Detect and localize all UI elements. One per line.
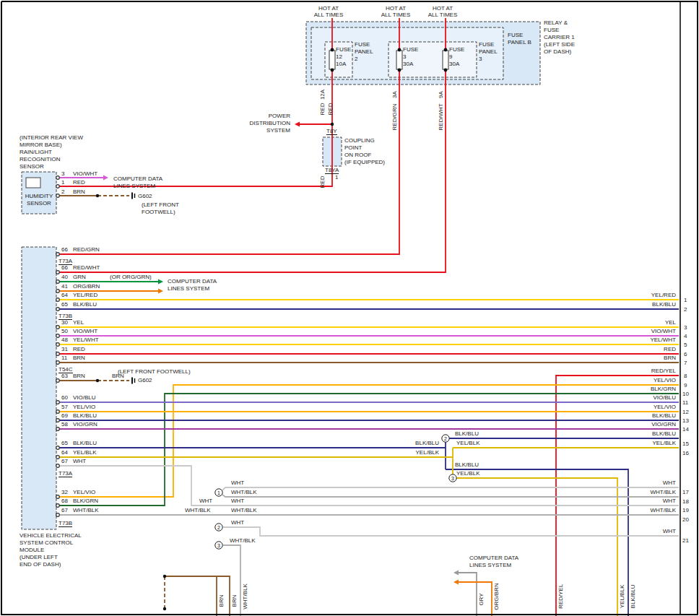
hot-at-all-times-label: HOT AT <box>318 5 339 12</box>
coupling-point-label: POINT <box>344 144 362 151</box>
circuit-number-label: 14 <box>682 426 689 433</box>
pin-number-label: 58 <box>61 421 68 428</box>
wire-color-label: YEL/RED <box>73 292 97 298</box>
circuit-number-label: 10 <box>682 391 689 397</box>
pin-terminal <box>56 290 60 293</box>
wire-color-label: YEL/VIO <box>654 377 676 383</box>
data-lines-arrow <box>453 580 459 585</box>
wire-org-brn-data <box>458 582 492 616</box>
humidity-sensor-label: SENSOR <box>27 200 51 207</box>
wire-color-label: RED <box>664 346 676 352</box>
wire-color-label: WHT/BLK <box>185 507 211 513</box>
wire-color-label: YEL/RED <box>651 292 676 298</box>
power-distribution-arrow <box>295 122 300 127</box>
wire-color-label: BRN <box>218 595 225 607</box>
fuse-9-symbol-terminal <box>444 69 448 72</box>
pin-number-label: 30 <box>61 319 68 326</box>
computer-data-lines-label: LINES SYSTEM <box>469 562 511 568</box>
wire-color-label: YEL/BLK <box>456 440 479 446</box>
wire-color-label: RED <box>327 103 334 116</box>
wire-blk-blu-down <box>446 469 628 616</box>
fuse-12-symbol-terminal <box>331 69 334 72</box>
data-lines-arrow <box>453 571 459 576</box>
pin-terminal <box>56 253 60 256</box>
relay-fuse-carrier-title: RELAY & <box>544 19 568 26</box>
data-lines-arrow <box>158 279 163 285</box>
fuse-12-label: 12 <box>336 53 342 60</box>
junction-dot <box>96 194 99 197</box>
wire-color-label: WHT <box>231 480 244 486</box>
pin-number-label: 3 <box>61 170 64 177</box>
circuit-number-label: 9 <box>684 382 687 389</box>
pin-terminal <box>56 280 60 284</box>
fuse-panel-b-label: PANEL B <box>508 39 531 45</box>
left-front-footwell-label: (LEFT FRONT FOOTWELL) <box>118 368 191 375</box>
wire-color-label: RED/GRN <box>73 246 100 253</box>
pin-terminal <box>56 456 60 459</box>
pin-number-label: 66 <box>61 264 68 271</box>
pin-terminal <box>56 352 60 356</box>
wire-color-label: RED <box>73 179 85 186</box>
wire-color-label: BLK/BLU <box>652 430 676 437</box>
sensor-element-box <box>26 178 40 188</box>
sensor-title: SENSOR <box>19 163 44 170</box>
wire-color-label: WHT/BLK <box>650 507 676 513</box>
connector-t73a-label: T73A <box>58 470 72 477</box>
wire-color-label: YEL/VIO <box>654 404 676 410</box>
wire-color-label: WHT <box>231 519 244 526</box>
wire-color-label: WHT/BLK <box>231 489 257 495</box>
pin-number-label: 41 <box>61 283 68 290</box>
sensor-title: (INTERIOR REAR VIEW <box>19 134 83 141</box>
splice-number-label: 2 <box>444 436 447 441</box>
wire-color-label: BLK/BLU <box>73 301 97 308</box>
wire-color-label: WHT <box>199 498 212 504</box>
circuit-number-label: 7 <box>684 360 687 366</box>
circuit-number-label: 21 <box>682 537 689 544</box>
wire-wht-row21 <box>223 527 679 536</box>
relay-fuse-carrier-title: OF DASH) <box>544 48 571 55</box>
wire-color-label: WHT <box>663 480 676 486</box>
fuse-panel-2-label: 2 <box>355 56 357 62</box>
wire-color-label: BLK/GRN <box>73 498 98 504</box>
fuse-3-label: FUSE <box>403 46 418 53</box>
ground-g602-label: G602 <box>138 193 152 199</box>
pin-number-label: 69 <box>61 412 68 419</box>
fuse-12-label: FUSE <box>336 46 351 53</box>
wire-blk-grn-pin68 <box>58 394 679 506</box>
circuit-number-label: 3 <box>684 324 687 331</box>
splice-number-label: 1 <box>217 490 220 495</box>
pin-terminal <box>56 495 60 499</box>
computer-data-lines-label: LINES SYSTEM <box>168 285 209 292</box>
data-lines-arrow <box>103 175 108 181</box>
wire-color-label: BRN <box>73 188 85 195</box>
wire-red-wht <box>58 71 446 272</box>
wire-color-label: YEL/BLK <box>619 585 625 608</box>
fuse-panel-3-label: 3 <box>479 56 482 62</box>
wire-color-label: WHT <box>231 498 244 504</box>
wire-color-label: 9A <box>438 91 444 98</box>
wire-color-label: VIO/GRN <box>651 421 676 428</box>
fuse-9-label: 30A <box>449 61 459 67</box>
module-title: MODULE <box>19 547 44 553</box>
wire-color-label: BRN <box>664 355 676 361</box>
wire-color-label: VIO/WHT <box>73 170 97 177</box>
pin-terminal <box>56 379 60 383</box>
circuit-number-label: 16 <box>682 450 689 456</box>
pin-terminal <box>56 428 60 431</box>
hot-at-all-times-label: HOT AT <box>386 5 406 12</box>
circuit-number-label: 4 <box>684 333 687 339</box>
computer-data-lines-label: COMPUTER DATA <box>469 555 518 561</box>
fuse-9-label: FUSE <box>449 46 464 53</box>
splice-number-label: 3 <box>451 476 454 481</box>
wire-color-label: WHT <box>663 498 676 504</box>
circuit-number-label: 8 <box>684 373 687 379</box>
pin-number-label: 60 <box>61 394 68 401</box>
hot-at-all-times-label: ALL TIMES <box>428 12 457 18</box>
wire-color-label: BLK/BLU <box>630 585 636 609</box>
left-front-footwell-label: FOOTWELL) <box>142 209 175 215</box>
wire-color-label: RED/YEL <box>557 584 564 609</box>
hot-at-all-times-label: HOT AT <box>433 5 453 12</box>
wire-color-label: VIO/WHT <box>651 328 676 334</box>
circuit-number-label: 1 <box>684 297 687 303</box>
circuit-number-label: 15 <box>682 441 689 447</box>
